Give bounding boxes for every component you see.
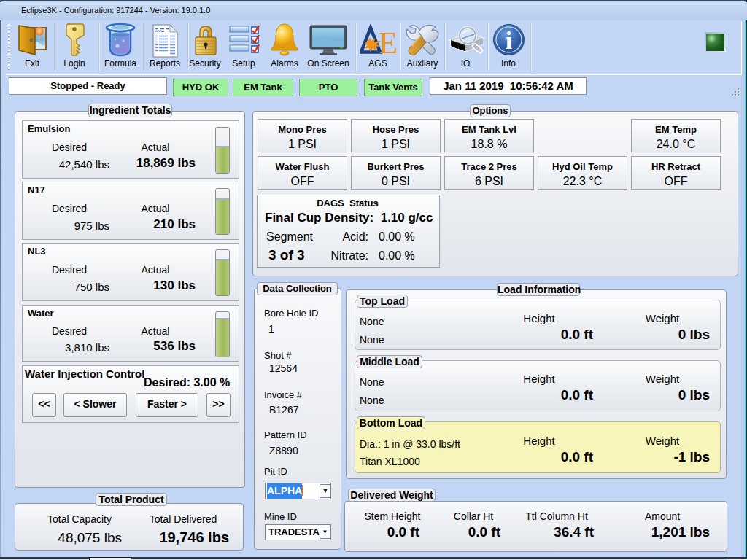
- svg-text:i: i: [506, 27, 512, 54]
- svg-text:E: E: [379, 26, 398, 57]
